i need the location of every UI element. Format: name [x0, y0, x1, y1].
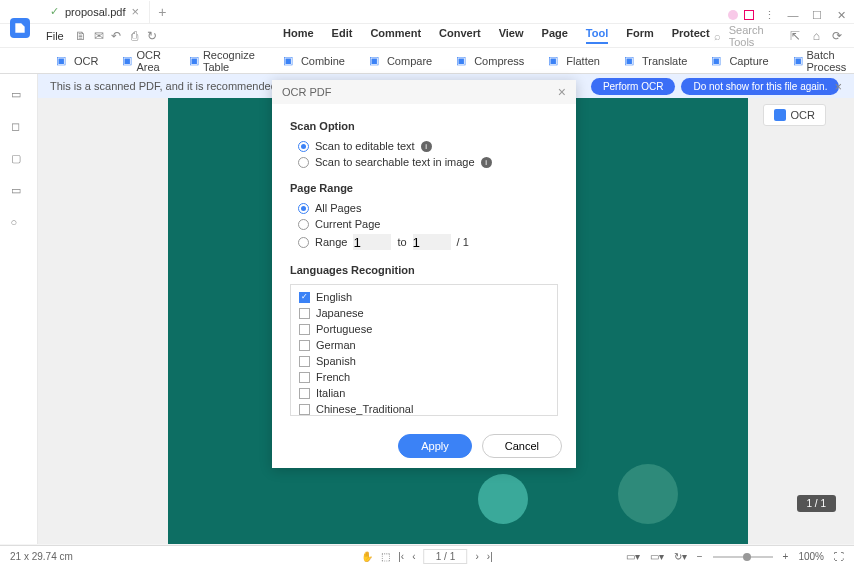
scan-editable-radio[interactable]: Scan to editable text i [298, 140, 558, 152]
banner-close-icon[interactable]: × [834, 79, 842, 94]
radio-off-icon [298, 157, 309, 168]
lang-italian[interactable]: Italian [295, 385, 553, 401]
range-to-label: to [397, 236, 406, 248]
print-icon[interactable]: ⎙ [127, 28, 141, 44]
menu-tab-home[interactable]: Home [283, 27, 314, 44]
menu-tab-view[interactable]: View [499, 27, 524, 44]
zoom-out-icon[interactable]: − [697, 551, 703, 562]
menu-tab-comment[interactable]: Comment [370, 27, 421, 44]
comment-panel-icon[interactable]: ▢ [11, 152, 27, 168]
view-single-icon[interactable]: ▭▾ [626, 551, 640, 562]
tool-capture[interactable]: ▣Capture [705, 54, 774, 68]
checkbox-icon [299, 388, 310, 399]
ocr-float-icon [774, 109, 786, 121]
tool-flatten[interactable]: ▣Flatten [542, 54, 606, 68]
menu-tab-convert[interactable]: Convert [439, 27, 481, 44]
page-range-heading: Page Range [290, 182, 558, 194]
cancel-button[interactable]: Cancel [482, 434, 562, 458]
tool-icon: ▣ [711, 54, 725, 68]
checkbox-icon [299, 372, 310, 383]
tool-translate[interactable]: ▣Translate [618, 54, 693, 68]
menu-tab-page[interactable]: Page [542, 27, 568, 44]
lang-french[interactable]: French [295, 369, 553, 385]
tool-compress[interactable]: ▣Compress [450, 54, 530, 68]
tool-ocr[interactable]: ▣OCR [50, 54, 104, 68]
tool-ocr-area[interactable]: ▣OCR Area [116, 49, 170, 73]
language-list[interactable]: EnglishJapanesePortugueseGermanSpanishFr… [290, 284, 558, 416]
checkbox-icon [299, 356, 310, 367]
next-page-icon[interactable]: › [476, 551, 479, 562]
lang-english[interactable]: English [295, 289, 553, 305]
minimize-button[interactable]: — [784, 8, 802, 22]
lang-chinese-traditional[interactable]: Chinese_Traditional [295, 401, 553, 416]
dismiss-banner-pill[interactable]: Do not show for this file again. [681, 78, 839, 95]
range-from-input[interactable] [353, 234, 391, 250]
close-window-button[interactable]: ✕ [832, 8, 850, 22]
current-page-label: Current Page [315, 218, 380, 230]
lang-japanese[interactable]: Japanese [295, 305, 553, 321]
tab-filename: proposal.pdf [65, 6, 126, 18]
maximize-button[interactable]: ☐ [808, 8, 826, 22]
range-to-input[interactable] [413, 234, 451, 250]
rotate-icon[interactable]: ↻▾ [674, 551, 687, 562]
info-icon[interactable]: i [481, 157, 492, 168]
fit-icon[interactable]: ⬚ [381, 551, 390, 562]
ocr-float-button[interactable]: OCR [763, 104, 826, 126]
notification-icon[interactable] [744, 10, 754, 20]
tool-recognize-table[interactable]: ▣Recognize Table [183, 49, 265, 73]
tool-icon: ▣ [189, 54, 199, 68]
lang-label: German [316, 339, 356, 351]
share-icon[interactable]: ⇱ [789, 28, 802, 44]
all-pages-radio[interactable]: All Pages [298, 202, 558, 214]
lang-portuguese[interactable]: Portuguese [295, 321, 553, 337]
menu-tab-edit[interactable]: Edit [332, 27, 353, 44]
cloud-icon[interactable]: ⌂ [810, 28, 823, 44]
save-icon[interactable]: 🗎 [74, 28, 88, 44]
tool-icon: ▣ [548, 54, 562, 68]
current-page-radio[interactable]: Current Page [298, 218, 558, 230]
tab-close-icon[interactable]: × [132, 4, 140, 19]
zoom-slider[interactable] [713, 556, 773, 558]
checkbox-icon [299, 404, 310, 415]
view-continuous-icon[interactable]: ▭▾ [650, 551, 664, 562]
hand-tool-icon[interactable]: ✋ [361, 551, 373, 562]
menu-tab-form[interactable]: Form [626, 27, 654, 44]
lang-german[interactable]: German [295, 337, 553, 353]
first-page-icon[interactable]: |‹ [398, 551, 404, 562]
scan-searchable-radio[interactable]: Scan to searchable text in image i [298, 156, 558, 168]
mail-icon[interactable]: ✉ [92, 28, 106, 44]
sync-icon[interactable]: ⟳ [831, 28, 844, 44]
modal-title: OCR PDF [282, 86, 332, 98]
menu-tab-protect[interactable]: Protect [672, 27, 710, 44]
bookmark-icon[interactable]: ◻ [11, 120, 27, 136]
new-tab-button[interactable]: + [150, 4, 174, 20]
perform-ocr-pill[interactable]: Perform OCR [591, 78, 676, 95]
search-tools-input[interactable]: Search Tools [729, 24, 781, 48]
radio-off-icon[interactable] [298, 237, 309, 248]
info-icon[interactable]: i [421, 141, 432, 152]
redo-icon[interactable]: ↻ [145, 28, 159, 44]
modal-close-icon[interactable]: × [558, 84, 566, 100]
tool-batch-process[interactable]: ▣Batch Process [787, 49, 854, 73]
file-menu[interactable]: File [40, 30, 70, 42]
tool-icon: ▣ [56, 54, 70, 68]
apply-button[interactable]: Apply [398, 434, 472, 458]
lang-spanish[interactable]: Spanish [295, 353, 553, 369]
more-icon[interactable]: ⋮ [760, 8, 778, 22]
document-tab[interactable]: ✓ proposal.pdf × [40, 1, 150, 23]
search-panel-icon[interactable]: ○ [11, 216, 27, 232]
prev-page-icon[interactable]: ‹ [412, 551, 415, 562]
page-input[interactable]: 1 [436, 551, 442, 562]
tool-compare[interactable]: ▣Compare [363, 54, 438, 68]
lang-label: Portuguese [316, 323, 372, 335]
last-page-icon[interactable]: ›| [487, 551, 493, 562]
undo-icon[interactable]: ↶ [109, 28, 123, 44]
menu-tab-tool[interactable]: Tool [586, 27, 608, 44]
ocr-modal: OCR PDF × Scan Option Scan to editable t… [272, 80, 576, 468]
attachment-icon[interactable]: ▭ [11, 184, 27, 200]
fullscreen-icon[interactable]: ⛶ [834, 551, 844, 562]
zoom-in-icon[interactable]: + [783, 551, 789, 562]
thumbnail-icon[interactable]: ▭ [11, 88, 27, 104]
tool-combine[interactable]: ▣Combine [277, 54, 351, 68]
zoom-value[interactable]: 100% [798, 551, 824, 562]
